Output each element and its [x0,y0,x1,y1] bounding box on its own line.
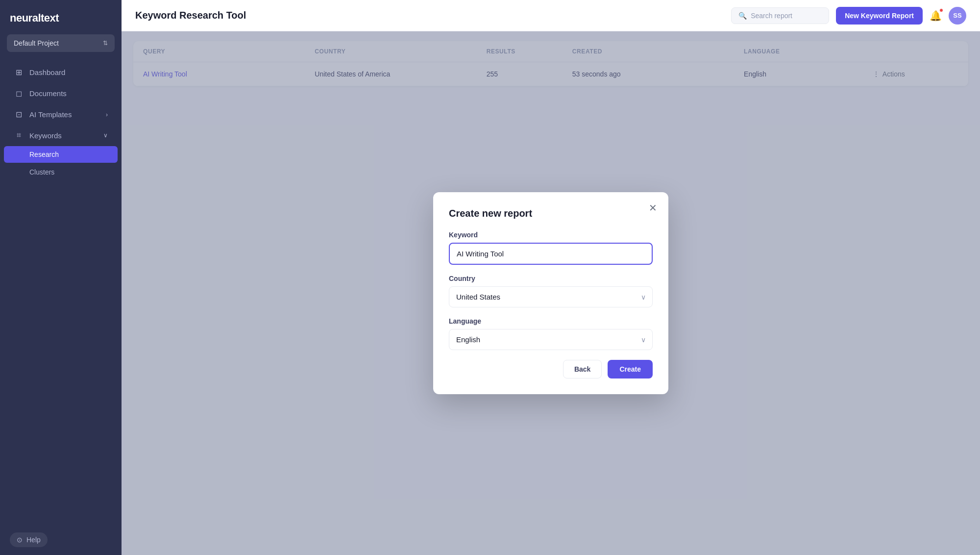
sidebar-item-research[interactable]: Research [4,146,118,163]
modal-overlay: ✕ Create new report Keyword Country Unit… [122,31,980,555]
sidebar-item-documents[interactable]: ◻ Documents [4,83,118,103]
new-keyword-report-button[interactable]: New Keyword Report [836,7,923,25]
header: Keyword Research Tool 🔍 Search report Ne… [122,0,980,31]
sidebar-item-keywords[interactable]: ⌗ Keywords ∨ [4,126,118,145]
modal-title: Create new report [449,208,653,219]
modal-close-button[interactable]: ✕ [645,200,661,216]
help-button[interactable]: ⊙ Help [10,532,48,547]
sidebar-item-dashboard[interactable]: ⊞ Dashboard [4,62,118,82]
ai-templates-icon: ⊡ [14,110,24,119]
search-placeholder: Search report [751,12,792,20]
dashboard-icon: ⊞ [14,68,24,77]
chevron-down-icon: ∨ [103,132,108,139]
project-name: Default Project [14,39,59,47]
language-select-wrapper: English Spanish French German ∨ [449,329,653,350]
project-selector[interactable]: Default Project ⇅ [7,34,115,52]
avatar[interactable]: SS [949,7,966,25]
content-area: QUERY COUNTRY RESULTS CREATED LANGUAGE A… [122,31,980,555]
back-button[interactable]: Back [563,360,602,378]
search-icon: 🔍 [738,12,747,20]
documents-icon: ◻ [14,89,24,98]
sidebar-item-label: Documents [29,89,67,98]
sidebar-item-label: Dashboard [29,68,65,76]
sidebar-item-label: Keywords [29,131,62,140]
notification-badge [939,8,943,12]
search-box[interactable]: 🔍 Search report [731,7,829,24]
keyword-input[interactable] [449,243,653,265]
sidebar-item-ai-templates[interactable]: ⊡ AI Templates › [4,104,118,125]
help-label: Help [26,536,41,544]
keywords-icon: ⌗ [14,131,24,140]
clusters-label: Clusters [29,168,54,176]
country-label: Country [449,275,653,282]
country-select-wrapper: United States United Kingdom Canada Aust… [449,286,653,307]
research-label: Research [29,151,59,158]
logo: neuraltext [0,0,122,34]
language-select[interactable]: English Spanish French German [449,329,653,350]
main-content: Keyword Research Tool 🔍 Search report Ne… [122,0,980,555]
page-title: Keyword Research Tool [135,10,246,21]
create-button[interactable]: Create [608,360,653,378]
sidebar-footer: ⊙ Help [0,525,122,555]
help-circle-icon: ⊙ [17,536,23,544]
modal-footer: Back Create [449,360,653,378]
sidebar-item-clusters[interactable]: Clusters [4,164,118,180]
project-chevron-icon: ⇅ [103,40,108,47]
sidebar: neuraltext Default Project ⇅ ⊞ Dashboard… [0,0,122,555]
chevron-right-icon: › [106,111,108,118]
country-select[interactable]: United States United Kingdom Canada Aust… [449,286,653,307]
create-report-modal: ✕ Create new report Keyword Country Unit… [433,192,668,394]
sidebar-item-label: AI Templates [29,110,72,119]
header-actions: 🔍 Search report New Keyword Report 🔔 SS [731,7,966,25]
language-label: Language [449,317,653,325]
keyword-label: Keyword [449,231,653,239]
